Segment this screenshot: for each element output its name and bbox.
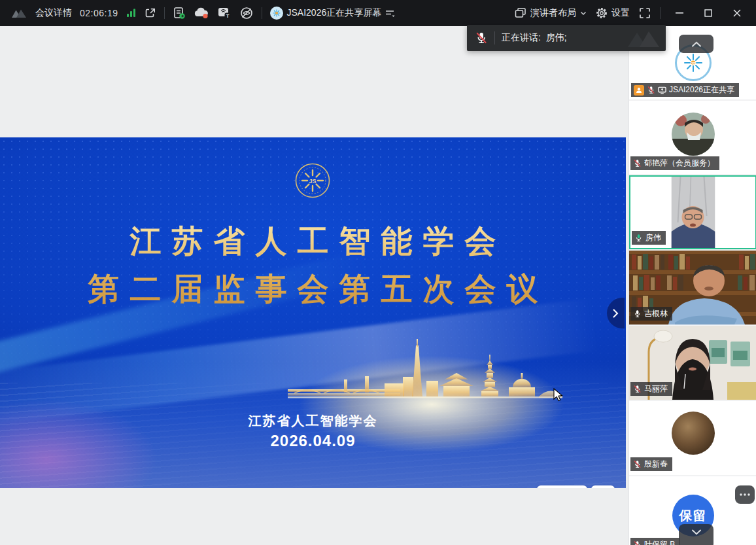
meeting-window: 会议详情 02:06:19 [0, 0, 756, 545]
scroll-participants-up-button[interactable] [679, 35, 713, 53]
titlebar-divider [164, 7, 165, 19]
ellipsis-icon [740, 493, 750, 496]
titlebar: 会议详情 02:06:19 [0, 0, 756, 26]
participant-video [671, 177, 715, 248]
titlebar-divider [262, 7, 262, 19]
mic-status-icon [633, 540, 642, 545]
slide-title-line2: 第二届监事会第五次会议 [0, 265, 626, 313]
gear-icon [596, 7, 608, 19]
avatar-text: 保留 [679, 507, 707, 525]
window-maximize-button[interactable] [698, 4, 718, 22]
settings-label: 设置 [611, 7, 630, 19]
participant-avatar [672, 412, 715, 455]
fullscreen-icon[interactable] [639, 7, 651, 19]
mic-status-icon [633, 385, 642, 393]
pop-out-icon[interactable] [145, 7, 156, 19]
zoom-in-button[interactable] [591, 485, 615, 488]
annotate-button[interactable]: 批注 [537, 485, 587, 488]
mic-speaking-icon [634, 234, 643, 242]
participant-label: 叶保留 B [630, 538, 679, 545]
watermark-logo-icon [623, 27, 662, 50]
participant-tile-jigenlin[interactable]: 吉根林 [629, 251, 756, 325]
window-close-button[interactable] [727, 4, 747, 22]
association-seal-icon: JS [294, 162, 331, 199]
participant-tile-fangwei-active-speaker[interactable]: 房伟 [629, 175, 756, 249]
settings-button[interactable]: 设置 [596, 7, 630, 19]
privacy-eye-off-icon[interactable] [239, 7, 254, 20]
slide-footer-org: 江苏省人工智能学会 [0, 412, 626, 430]
participant-label: 房伟 [632, 231, 666, 245]
titlebar-divider [660, 7, 661, 19]
participant-label: 吉根林 [630, 307, 672, 321]
sharer-logo-icon [272, 9, 281, 18]
svg-text:T: T [226, 13, 229, 19]
layout-switch-button[interactable]: 演讲者布局 [515, 7, 587, 19]
chevron-up-icon [691, 41, 702, 47]
participant-name: 房伟 [645, 232, 661, 243]
speaking-names: 房伟; [546, 32, 567, 43]
meeting-timer: 02:06:19 [80, 8, 118, 18]
participants-sidebar: JS JSAI2026正在共享 [628, 26, 756, 545]
sharing-source-button[interactable]: JSAI2026正在共享屏幕 [270, 7, 396, 20]
speaking-prefix: 正在讲话: [502, 32, 541, 43]
avatar-photo [672, 113, 715, 156]
participant-tile-yinxinchun[interactable]: 殷新春 [629, 401, 756, 475]
participant-name: 殷新春 [644, 459, 668, 470]
participant-tile-yuyanping[interactable]: 郁艳萍（会员服务） [629, 101, 756, 174]
mic-status-icon [633, 460, 642, 468]
participant-label: 马丽萍 [630, 382, 672, 396]
layout-icon [515, 8, 526, 18]
participant-label: 殷新春 [630, 457, 672, 471]
broadcast-icon[interactable]: T [217, 7, 232, 20]
chevron-down-icon [580, 11, 587, 16]
participant-name: JSAI2026正在共享 [669, 84, 734, 96]
participant-label: 郁艳萍（会员服务） [630, 156, 719, 170]
scroll-participants-down-button[interactable] [679, 524, 713, 545]
mic-muted-icon [475, 31, 488, 44]
sharing-title: JSAI2026正在共享屏幕 [287, 7, 382, 19]
toast-divider [494, 31, 495, 44]
mic-status-icon [633, 159, 642, 167]
cloud-record-icon[interactable] [194, 7, 209, 19]
city-skyline-graphic [288, 339, 562, 414]
meeting-details-label: 会议详情 [35, 7, 72, 19]
participant-label: JSAI2026正在共享 [631, 83, 739, 97]
participant-name: 郁艳萍（会员服务） [644, 158, 715, 169]
participant-avatar [672, 113, 715, 156]
window-minimize-button[interactable] [670, 4, 689, 22]
mic-on-icon [633, 309, 642, 318]
svg-text:JS: JS [691, 62, 695, 65]
chevron-right-icon [613, 309, 619, 318]
layout-label: 演讲者布局 [530, 7, 576, 19]
speaking-status-text: 正在讲话: 房伟; [502, 32, 567, 44]
sharing-view-switch-icon[interactable] [385, 9, 395, 18]
shared-screen-stage: JS 江苏省人工智能学会 第二届监事会第五次会议 [0, 26, 626, 545]
recording-file-icon[interactable] [173, 7, 186, 20]
svg-text:JS: JS [309, 178, 316, 185]
participant-name: 马丽萍 [644, 383, 668, 395]
app-logo-icon [10, 7, 27, 19]
screen-sharing-icon [658, 86, 666, 94]
participant-name: 叶保留 B [644, 539, 675, 545]
chevron-down-icon [691, 529, 702, 535]
network-signal-icon[interactable] [126, 9, 137, 18]
participant-tile-maliping[interactable]: 马丽萍 [629, 326, 756, 400]
speaking-toast: 正在讲话: 房伟; [467, 25, 666, 51]
association-logo-icon: JS [681, 51, 705, 75]
host-badge-icon [634, 85, 644, 96]
more-options-button[interactable] [735, 485, 755, 504]
participant-name: 吉根林 [644, 308, 668, 319]
presentation-slide: JS 江苏省人工智能学会 第二届监事会第五次会议 [0, 137, 626, 488]
slide-title-line1: 江苏省人工智能学会 [0, 217, 626, 265]
sharer-avatar [270, 7, 283, 20]
slide-title: 江苏省人工智能学会 第二届监事会第五次会议 [0, 217, 626, 313]
slide-footer-date: 2026.04.09 [0, 432, 626, 450]
mic-status-icon [647, 86, 655, 94]
meeting-details-button[interactable]: 会议详情 [35, 7, 72, 19]
